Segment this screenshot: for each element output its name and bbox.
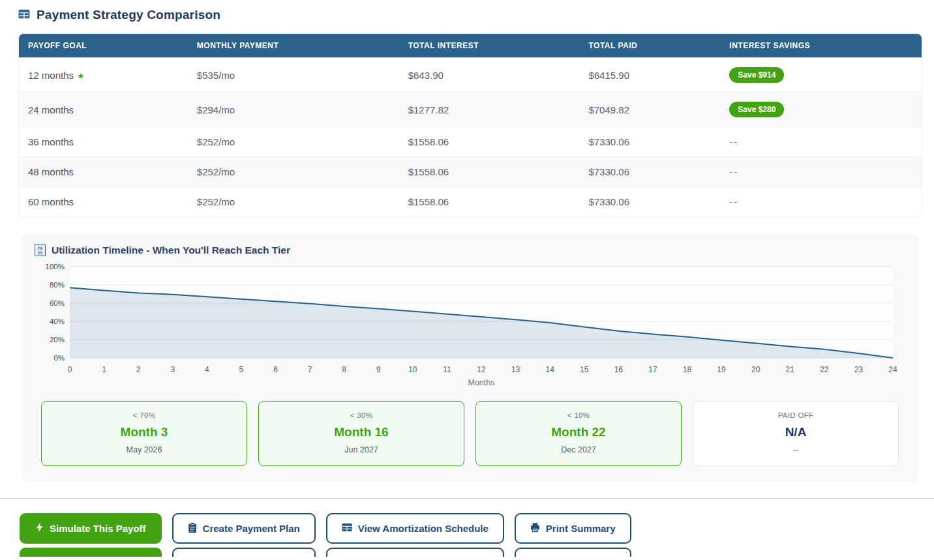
payoff-goal-value: 48 months: [28, 166, 74, 177]
svg-text:9: 9: [376, 365, 381, 374]
col-payoff-goal: PAYOFF GOAL: [19, 34, 188, 58]
table-icon: [342, 523, 352, 534]
monthly-payment-value: $294/mo: [188, 93, 399, 127]
table-row: 60 months $252/mo $1558.06 $7330.06 --: [19, 187, 922, 217]
svg-text:10: 10: [408, 365, 417, 374]
create-payment-plan-button[interactable]: Create Payment Plan: [172, 548, 316, 557]
total-paid-value: $7330.06: [579, 187, 720, 217]
svg-text:2: 2: [136, 365, 141, 374]
svg-text:0%: 0%: [53, 354, 65, 362]
utilization-chart: 0%20%40%60%80%100%0123456789101112131415…: [32, 263, 908, 391]
svg-text:0: 0: [68, 365, 72, 374]
clipboard-icon: [188, 557, 197, 557]
interest-savings-value: --: [729, 166, 738, 177]
tier-card: < 70% Month 3 May 2026: [41, 401, 247, 466]
svg-text:14: 14: [545, 365, 554, 374]
tier-threshold-label: < 70%: [48, 411, 240, 419]
view-amortization-schedule-button[interactable]: View Amortization Schedule: [326, 513, 504, 544]
payoff-goal-value: 24 months: [28, 104, 74, 115]
tier-month-value: Month 3: [48, 425, 240, 439]
svg-text:18: 18: [683, 365, 692, 374]
tier-date-value: May 2026: [48, 445, 240, 454]
svg-text:60%: 60%: [50, 299, 65, 307]
tier-threshold-label: < 30%: [265, 411, 457, 419]
create-payment-plan-button[interactable]: Create Payment Plan: [172, 513, 316, 544]
action-buttons: Simulate This Payoff Create Payment Plan…: [20, 513, 934, 544]
col-monthly-payment: MONTHLY PAYMENT: [188, 34, 399, 58]
payoff-goal-value: 36 months: [28, 136, 74, 147]
monthly-payment-value: $535/mo: [188, 58, 399, 93]
action-buttons-clipped: Simulate This Payoff Create Payment Plan…: [20, 548, 934, 557]
tier-date-value: --: [700, 445, 892, 454]
table-icon: [18, 9, 30, 22]
timeline-heading: F6 25 Utilization Timeline - When You'll…: [32, 244, 908, 256]
interest-savings-value: --: [729, 196, 738, 207]
total-paid-value: $7330.06: [579, 127, 720, 157]
tier-month-value: N/A: [700, 425, 892, 439]
lightning-bolt-icon: [35, 522, 44, 535]
svg-text:6: 6: [273, 365, 278, 374]
total-interest-value: $1558.06: [399, 157, 580, 187]
page-title-text: Payment Strategy Comparison: [37, 8, 220, 22]
interest-savings-value: Save $914: [729, 67, 784, 83]
tier-date-value: Dec 2027: [483, 445, 674, 454]
svg-text:4: 4: [205, 365, 209, 374]
col-interest-savings: INTEREST SAVINGS: [720, 34, 922, 58]
svg-text:17: 17: [648, 365, 657, 374]
monthly-payment-value: $252/mo: [188, 157, 399, 187]
svg-text:8: 8: [342, 365, 346, 374]
tier-date-value: Jun 2027: [265, 445, 457, 454]
utilization-timeline-card: F6 25 Utilization Timeline - When You'll…: [22, 233, 918, 482]
svg-text:Months: Months: [468, 378, 495, 387]
page-title: Payment Strategy Comparison: [0, 0, 934, 22]
print-summary-button[interactable]: Print Summary: [515, 513, 631, 544]
svg-text:24: 24: [888, 365, 897, 374]
col-total-paid: TOTAL PAID: [579, 34, 720, 58]
svg-text:100%: 100%: [46, 263, 65, 271]
payoff-goal-value: 12 months: [28, 70, 74, 81]
timeline-title-text: Utilization Timeline - When You'll Reach…: [52, 244, 290, 256]
tier-card: < 10% Month 22 Dec 2027: [475, 401, 682, 466]
total-interest-value: $643.90: [399, 58, 580, 93]
simulate-payoff-button[interactable]: Simulate This Payoff: [20, 513, 162, 544]
table-row: 36 months $252/mo $1558.06 $7330.06 --: [19, 127, 922, 157]
total-paid-value: $7049.82: [579, 93, 720, 127]
table-header-row: PAYOFF GOAL MONTHLY PAYMENT TOTAL INTERE…: [19, 34, 922, 58]
total-paid-value: $7330.06: [579, 157, 720, 187]
svg-text:22: 22: [820, 365, 829, 374]
view-amortization-schedule-button[interactable]: View Amortization Schedule: [326, 548, 504, 557]
calendar-tofu-icon: F6 25: [35, 244, 46, 256]
tier-threshold-label: < 10%: [483, 411, 674, 419]
payment-strategy-table: PAYOFF GOAL MONTHLY PAYMENT TOTAL INTERE…: [18, 33, 922, 217]
svg-text:20%: 20%: [50, 336, 65, 344]
tier-card: < 30% Month 16 Jun 2027: [258, 401, 464, 466]
col-total-interest: TOTAL INTEREST: [399, 34, 580, 58]
payoff-goal-value: 60 months: [28, 196, 74, 207]
actions-divider: [0, 498, 934, 499]
svg-text:7: 7: [308, 365, 312, 374]
svg-text:21: 21: [786, 365, 795, 374]
monthly-payment-value: $252/mo: [188, 187, 399, 217]
tier-month-value: Month 22: [483, 425, 674, 439]
svg-text:5: 5: [239, 365, 244, 374]
table-row: 48 months $252/mo $1558.06 $7330.06 --: [19, 157, 922, 187]
total-paid-value: $6415.90: [579, 58, 720, 93]
svg-text:16: 16: [614, 365, 624, 374]
printer-icon: [530, 522, 540, 535]
tier-month-value: Month 16: [265, 425, 457, 439]
interest-savings-value: --: [729, 136, 738, 147]
total-interest-value: $1277.82: [399, 93, 580, 127]
table-row: 24 months $294/mo $1277.82 $7049.82 Save…: [19, 93, 922, 127]
print-summary-button[interactable]: Print Summary: [515, 548, 631, 557]
svg-text:80%: 80%: [50, 281, 65, 289]
svg-text:20: 20: [751, 365, 761, 374]
payment-strategy-page: Payment Strategy Comparison PAYOFF GOAL …: [0, 0, 934, 560]
simulate-payoff-button[interactable]: Simulate This Payoff: [20, 548, 162, 557]
tier-card: PAID OFF N/A --: [693, 401, 899, 466]
table-row: 12 months★ $535/mo $643.90 $6415.90 Save…: [19, 58, 922, 93]
total-interest-value: $1558.06: [399, 127, 580, 157]
svg-text:15: 15: [580, 365, 589, 374]
total-interest-value: $1558.06: [399, 187, 580, 217]
svg-text:40%: 40%: [50, 317, 65, 325]
svg-text:1: 1: [102, 365, 106, 374]
